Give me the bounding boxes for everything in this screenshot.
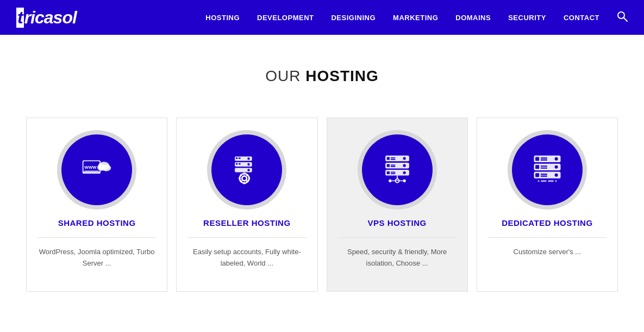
- svg-rect-23: [239, 177, 241, 180]
- card-reseller-hosting: RESELLER HOSTING Easily setup accounts, …: [176, 118, 317, 292]
- shared-hosting-title: SHARED HOSTING: [58, 218, 136, 228]
- svg-rect-56: [541, 165, 547, 167]
- svg-point-65: [539, 180, 541, 182]
- cards-row: WWW SHARED HOSTING WordPress, Joomla opt…: [22, 118, 622, 292]
- svg-rect-16: [239, 163, 241, 165]
- nav-hosting[interactable]: HOSTING: [205, 14, 240, 22]
- svg-point-67: [553, 180, 555, 182]
- nav-links: HOSTING DEVELOPMENT DESIGINING MARKETING…: [205, 11, 628, 24]
- svg-rect-52: [541, 159, 547, 161]
- svg-rect-35: [386, 164, 389, 167]
- nav-domains[interactable]: DOMAINS: [455, 14, 491, 22]
- section-title: OUR HOSTING: [22, 67, 622, 85]
- svg-text:WWW: WWW: [84, 165, 97, 170]
- svg-point-48: [403, 180, 405, 182]
- svg-point-10: [248, 157, 250, 159]
- svg-point-63: [554, 174, 558, 177]
- shared-hosting-desc: WordPress, Joomla optimized, Turbo Serve…: [37, 247, 156, 269]
- logo-text: ricasol: [24, 8, 77, 27]
- card-vps-hosting: VPS HOSTING Speed, security & friendly, …: [327, 118, 468, 292]
- svg-rect-11: [236, 157, 238, 159]
- dedicated-hosting-divider: [488, 237, 607, 238]
- svg-rect-5: [84, 171, 98, 171]
- card-shared-hosting: WWW SHARED HOSTING WordPress, Joomla opt…: [26, 118, 167, 292]
- reseller-hosting-icon: [228, 151, 266, 189]
- svg-line-1: [624, 18, 627, 21]
- svg-rect-36: [390, 164, 395, 165]
- shared-hosting-icon: WWW: [78, 151, 116, 189]
- logo[interactable]: tricasol: [16, 8, 77, 28]
- main-content: OUR HOSTING WWW SHARED HOSTING WordPress…: [0, 35, 644, 292]
- shared-hosting-icon-circle: WWW: [61, 134, 132, 205]
- svg-rect-31: [390, 157, 395, 158]
- shared-hosting-divider: [37, 237, 156, 238]
- reseller-hosting-divider: [187, 237, 306, 238]
- svg-point-38: [403, 164, 405, 167]
- nav-contact[interactable]: CONTACT: [564, 14, 599, 22]
- navbar: tricasol HOSTING DEVELOPMENT DESIGINING …: [0, 0, 644, 35]
- reseller-hosting-title: RESELLER HOSTING: [203, 218, 291, 228]
- vps-hosting-desc: Speed, security & friendly, More isolati…: [338, 247, 457, 269]
- svg-rect-41: [390, 172, 395, 173]
- section-title-prefix: OUR: [265, 67, 305, 84]
- svg-rect-40: [386, 171, 389, 174]
- svg-point-58: [554, 165, 558, 169]
- svg-rect-55: [535, 165, 539, 169]
- svg-rect-57: [541, 168, 547, 169]
- nav-marketing[interactable]: MARKETING: [393, 14, 438, 22]
- svg-rect-37: [390, 166, 395, 167]
- search-icon[interactable]: [617, 11, 628, 24]
- dedicated-hosting-desc: Customize server's ...: [514, 247, 582, 258]
- svg-rect-22: [243, 182, 246, 185]
- dedicated-hosting-icon-circle: [512, 134, 583, 205]
- svg-point-0: [618, 12, 624, 19]
- svg-point-20: [242, 176, 247, 181]
- reseller-hosting-desc: Easily setup accounts, Fully white-label…: [187, 247, 306, 269]
- vps-hosting-divider: [338, 237, 457, 238]
- logo-t: t: [16, 8, 24, 28]
- svg-point-18: [248, 169, 250, 171]
- nav-designing[interactable]: DESIGINING: [331, 14, 376, 22]
- svg-point-8: [97, 164, 106, 171]
- svg-point-66: [546, 180, 548, 182]
- svg-point-47: [389, 180, 391, 182]
- vps-hosting-title: VPS HOSTING: [368, 218, 427, 228]
- dedicated-hosting-title: DEDICATED HOSTING: [502, 218, 592, 228]
- svg-rect-32: [390, 159, 395, 160]
- card-dedicated-hosting: DEDICATED HOSTING Customize server's ...: [477, 118, 618, 292]
- svg-rect-62: [541, 176, 547, 177]
- section-title-bold: HOSTING: [305, 67, 379, 84]
- vps-hosting-icon-circle: [362, 134, 433, 205]
- svg-point-33: [403, 157, 405, 159]
- svg-rect-60: [535, 173, 539, 177]
- svg-rect-15: [236, 163, 238, 165]
- svg-rect-21: [243, 173, 246, 175]
- nav-development[interactable]: DEVELOPMENT: [257, 14, 314, 22]
- svg-point-43: [403, 171, 405, 174]
- svg-point-53: [554, 157, 558, 161]
- vps-hosting-icon: [378, 151, 416, 189]
- dedicated-hosting-icon: [528, 151, 566, 189]
- svg-rect-30: [386, 157, 389, 159]
- svg-point-14: [248, 163, 250, 165]
- svg-rect-24: [248, 177, 251, 180]
- nav-security[interactable]: SECURITY: [508, 14, 546, 22]
- svg-rect-12: [239, 157, 241, 159]
- svg-rect-42: [390, 173, 395, 174]
- svg-rect-50: [535, 157, 539, 161]
- svg-rect-51: [541, 157, 547, 158]
- svg-rect-61: [541, 174, 547, 175]
- reseller-hosting-icon-circle: [211, 134, 282, 205]
